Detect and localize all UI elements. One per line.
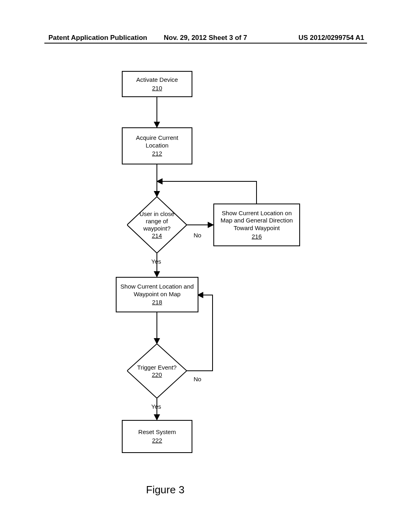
page: Patent Application Publication Nov. 29, …: [0, 0, 413, 532]
node-ref: 210: [152, 85, 162, 92]
label-no-1: No: [194, 232, 201, 239]
label-no-2: No: [194, 376, 201, 382]
node-label: Activate Device: [136, 76, 178, 84]
node-show-location-direction: Show Current Location on Map and General…: [213, 204, 300, 246]
label-yes-2: Yes: [151, 403, 161, 410]
node-ref: 222: [152, 437, 162, 445]
decision-text: User in close range of waypoint?: [140, 210, 175, 232]
decision-ref: 214: [152, 232, 162, 239]
flowchart-connectors: [0, 0, 413, 532]
node-label: Acquire Current Location: [129, 134, 186, 150]
decision-ref: 220: [152, 371, 162, 378]
decision-in-range: User in close range of waypoint? 214: [127, 197, 187, 253]
decision-label: Trigger Event? 220: [133, 364, 181, 378]
node-ref: 216: [252, 233, 262, 241]
node-label: Show Current Location on Map and General…: [217, 210, 297, 232]
decision-label: User in close range of waypoint? 214: [133, 210, 181, 239]
node-reset-system: Reset System 222: [122, 420, 192, 453]
node-label: Show Current Location and Waypoint on Ma…: [119, 283, 195, 298]
decision-trigger-event: Trigger Event? 220: [127, 344, 187, 398]
node-acquire-location: Acquire Current Location 212: [122, 127, 192, 164]
node-label: Reset System: [138, 428, 176, 436]
node-show-location-waypoint: Show Current Location and Waypoint on Ma…: [116, 277, 198, 312]
node-activate-device: Activate Device 210: [122, 71, 192, 97]
node-ref: 218: [152, 299, 162, 306]
node-ref: 212: [152, 150, 162, 158]
label-yes-1: Yes: [151, 258, 161, 265]
decision-text: Trigger Event?: [137, 364, 177, 371]
figure-caption: Figure 3: [146, 484, 184, 496]
